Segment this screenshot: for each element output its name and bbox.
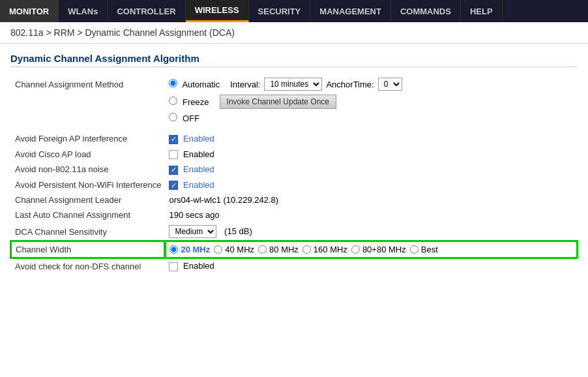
- radio-off-label[interactable]: OFF: [169, 113, 199, 123]
- radio-20mhz[interactable]: [169, 245, 178, 254]
- last-auto-value: 190 secs ago: [165, 207, 577, 222]
- last-auto-channel-row: Last Auto Channel Assignment 190 secs ag…: [11, 207, 577, 222]
- nav-monitor[interactable]: MONITOR: [0, 0, 59, 22]
- avoid-non-dfs-enabled: Enabled: [183, 261, 214, 271]
- nav-commands[interactable]: COMMANDS: [391, 0, 461, 22]
- interval-label: Interval:: [230, 80, 260, 89]
- avoid-non-80211a-enabled: Enabled: [183, 164, 214, 174]
- avoid-foreign-ap-enabled: Enabled: [183, 134, 214, 143]
- invoke-channel-update-button[interactable]: Invoke Channel Update Once: [220, 95, 336, 109]
- channel-leader-value: ors04-wl-wlc1 (10.229.242.8): [165, 192, 577, 207]
- channel-80mhz-label[interactable]: 80 MHz: [258, 245, 299, 254]
- channel-best-label[interactable]: Best: [410, 245, 438, 254]
- interval-group: Interval: 1 minute 5 minutes 10 minutes …: [230, 78, 402, 91]
- radio-freeze[interactable]: [169, 97, 177, 105]
- channel-160mhz-text: 160 MHz: [314, 245, 347, 254]
- radio-freeze-label[interactable]: Freeze: [169, 97, 209, 107]
- channel-width-options: 20 MHz 40 MHz 80 MHz 160 MHz: [169, 245, 572, 254]
- interval-select[interactable]: 1 minute 5 minutes 10 minutes 30 minutes…: [264, 78, 322, 91]
- last-auto-label: Last Auto Channel Assignment: [11, 207, 165, 222]
- nav-security[interactable]: SECURITY: [249, 0, 311, 22]
- channel-80plus80mhz-label[interactable]: 80+80 MHz: [351, 245, 406, 254]
- nav-wireless[interactable]: WIRELESS: [186, 0, 249, 22]
- channel-best-text: Best: [421, 245, 438, 254]
- avoid-foreign-ap-checkbox[interactable]: ✓: [169, 135, 178, 144]
- channel-40mhz-label[interactable]: 40 MHz: [214, 245, 254, 254]
- avoid-non-dfs-row: Avoid check for non-DFS channel Enabled: [11, 258, 577, 274]
- channel-160mhz-label[interactable]: 160 MHz: [302, 245, 347, 254]
- channel-assignment-label: Channel Assignment Method: [11, 75, 165, 93]
- avoid-non-80211a-row: Avoid non-802.11a noise ✓ Enabled: [11, 162, 577, 177]
- avoid-cisco-ap-row: Avoid Cisco AP load Enabled: [11, 147, 577, 162]
- form-table: Channel Assignment Method Automatic Inte…: [10, 75, 578, 274]
- channel-20mhz-label[interactable]: 20 MHz: [169, 245, 210, 254]
- avoid-persistent-row: Avoid Persistent Non-WiFi Interference ✓…: [11, 177, 577, 193]
- nav-wlans[interactable]: WLANs: [59, 0, 108, 22]
- avoid-foreign-ap-row: Avoid Foreign AP interference ✓ Enabled: [11, 131, 577, 147]
- avoid-cisco-ap-label: Avoid Cisco AP load: [11, 147, 165, 162]
- dca-sensitivity-label: DCA Channel Sensitivity: [11, 222, 165, 241]
- channel-assignment-controls: Automatic Interval: 1 minute 5 minutes 1…: [165, 75, 577, 93]
- nav-management[interactable]: MANAGEMENT: [310, 0, 391, 22]
- dca-sensitivity-row: DCA Channel Sensitivity Low Medium High …: [11, 222, 577, 241]
- radio-80plus80mhz[interactable]: [351, 245, 360, 254]
- breadcrumb: 802.11a > RRM > Dynamic Channel Assignme…: [0, 22, 588, 44]
- main-content: Dynamic Channel Assignment Algorithm Cha…: [0, 46, 588, 280]
- anchor-time-select[interactable]: 0 1 2: [378, 78, 402, 91]
- dca-sensitivity-extra: (15 dB): [224, 226, 252, 236]
- channel-20mhz-text: 20 MHz: [181, 245, 210, 254]
- radio-automatic[interactable]: [169, 79, 177, 87]
- avoid-persistent-label: Avoid Persistent Non-WiFi Interference: [11, 177, 165, 193]
- avoid-cisco-ap-checkbox[interactable]: [169, 150, 178, 159]
- freeze-row: Freeze Invoke Channel Update Once: [11, 93, 577, 110]
- channel-leader-label: Channel Assignment Leader: [11, 192, 165, 207]
- channel-assignment-method-row: Channel Assignment Method Automatic Inte…: [11, 75, 577, 93]
- radio-best[interactable]: [410, 245, 419, 254]
- avoid-foreign-ap-label: Avoid Foreign AP interference: [11, 131, 165, 147]
- channel-80mhz-text: 80 MHz: [269, 245, 299, 254]
- channel-80plus80mhz-text: 80+80 MHz: [362, 245, 406, 254]
- avoid-non-80211a-label: Avoid non-802.11a noise: [11, 162, 165, 177]
- avoid-cisco-ap-enabled: Enabled: [183, 149, 214, 159]
- radio-automatic-label[interactable]: Automatic: [169, 80, 220, 89]
- channel-width-row: Channel Width 20 MHz 40 MHz 80 MHz: [11, 241, 577, 258]
- radio-automatic-group: Automatic: [169, 79, 220, 89]
- radio-freeze-text: Freeze: [183, 97, 209, 107]
- radio-off-text: OFF: [183, 113, 199, 123]
- radio-160mhz[interactable]: [302, 245, 311, 254]
- avoid-persistent-checkbox[interactable]: ✓: [169, 181, 178, 190]
- radio-off[interactable]: [169, 113, 177, 121]
- avoid-non-80211a-checkbox[interactable]: ✓: [169, 166, 178, 175]
- radio-40mhz[interactable]: [214, 245, 222, 254]
- nav-help[interactable]: HELP: [461, 0, 503, 22]
- channel-leader-row: Channel Assignment Leader ors04-wl-wlc1 …: [11, 192, 577, 207]
- nav-controller[interactable]: CONTROLLER: [108, 0, 185, 22]
- section-title: Dynamic Channel Assignment Algorithm: [10, 53, 578, 67]
- avoid-persistent-enabled: Enabled: [183, 180, 214, 190]
- avoid-non-dfs-checkbox[interactable]: [169, 262, 178, 271]
- channel-width-label: Channel Width: [11, 241, 165, 258]
- dca-sensitivity-select[interactable]: Low Medium High: [169, 225, 216, 238]
- off-row: OFF: [11, 110, 577, 126]
- radio-automatic-text: Automatic: [182, 80, 220, 89]
- avoid-non-dfs-label: Avoid check for non-DFS channel: [11, 258, 165, 274]
- channel-40mhz-text: 40 MHz: [225, 245, 254, 254]
- radio-80mhz[interactable]: [258, 245, 267, 254]
- nav-bar: MONITOR WLANs CONTROLLER WIRELESS SECURI…: [0, 0, 588, 22]
- anchor-time-label: AnchorTime:: [326, 80, 374, 89]
